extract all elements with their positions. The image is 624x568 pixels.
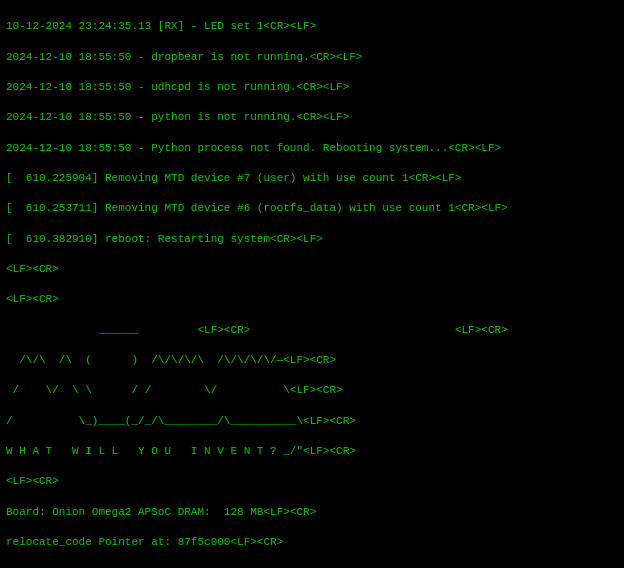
line-2: 2024-12-10 18:55:50 - dropbear is not ru… bbox=[6, 50, 618, 65]
line-6: [ 610.225904] Removing MTD device #7 (us… bbox=[6, 171, 618, 186]
line-ascii-2: /\/\ /\ ( ) /\/\/\/\ /\/\/\/\/—<LF><CR> bbox=[6, 353, 618, 368]
line-4: 2024-12-10 18:55:50 - python is not runn… bbox=[6, 110, 618, 125]
line-ascii-3: / \/ \ \ / / \/ \<LF><CR> bbox=[6, 383, 618, 398]
line-ascii-4: / \_)____(_/_/\________/\__________\<LF>… bbox=[6, 414, 618, 429]
line-5: 2024-12-10 18:55:50 - Python process not… bbox=[6, 141, 618, 156]
line-ascii-1: ______ <LF><CR> <LF><CR> bbox=[6, 323, 618, 338]
line-ascii-5: W H A T W I L L Y O U I N V E N T ? _/"<… bbox=[6, 444, 618, 459]
line-8: [ 610.382910] reboot: Restarting system<… bbox=[6, 232, 618, 247]
line-1: 10-12-2024 23:24:35.13 [RX] - LED set 1<… bbox=[6, 19, 618, 34]
terminal-output: 10-12-2024 23:24:35.13 [RX] - LED set 1<… bbox=[6, 4, 618, 568]
line-blank-1: <LF><CR> bbox=[6, 474, 618, 489]
line-3: 2024-12-10 18:55:50 - udhcpd is not runn… bbox=[6, 80, 618, 95]
line-board: Board: Onion Omega2 APSoC DRAM: 128 MB<L… bbox=[6, 505, 618, 520]
line-10: <LF><CR> bbox=[6, 292, 618, 307]
line-relocate: relocate_code Pointer at: 87f5c000<LF><C… bbox=[6, 535, 618, 550]
line-9: <LF><CR> bbox=[6, 262, 618, 277]
line-7: [ 610.253711] Removing MTD device #6 (ro… bbox=[6, 201, 618, 216]
